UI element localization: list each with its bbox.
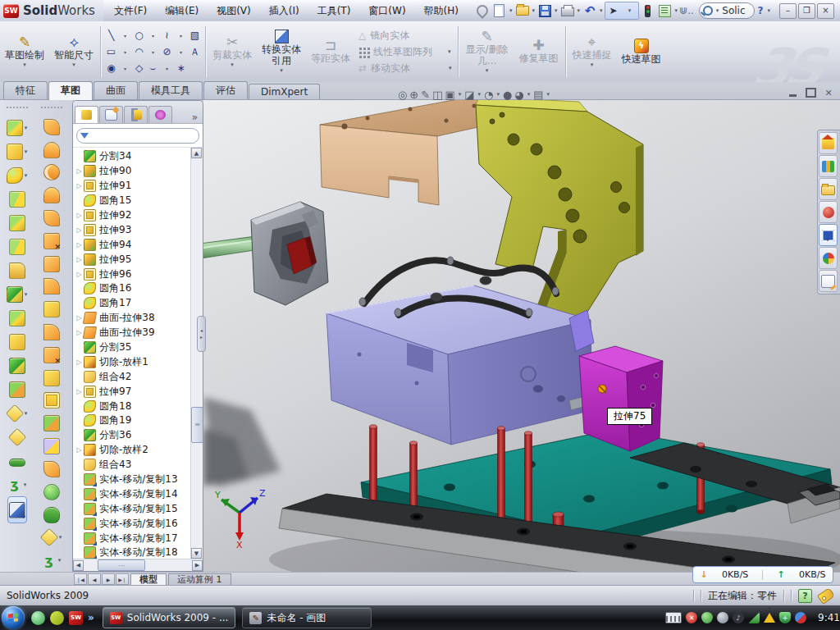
security-plus-icon[interactable]: + [779,612,791,623]
tree-item-圆角15[interactable]: 圆角15 [73,194,203,208]
offset-entities-button[interactable]: ⊐ 等距实体 [306,21,355,82]
expand-arrow[interactable]: ▷ [75,182,84,189]
scene-icon[interactable]: ◕ [514,89,523,101]
expand-arrow[interactable]: ▷ [75,241,84,249]
helix-curve-icon-caret[interactable]: ▾ [24,482,27,488]
tab-DimXpert[interactable]: DimXpert [249,84,320,99]
draft-icon[interactable] [9,235,25,258]
sketch-entity-caret-18[interactable]: ▾ [160,60,174,76]
planar-surface-icon[interactable] [43,253,60,276]
display-delete-relations-button[interactable]: ✎ 显示/删除几... ▾ [460,21,514,82]
core-icon[interactable] [43,504,60,527]
sketch-entity-caret-1[interactable]: ▾ [118,27,132,43]
sketch-entity-caret-15[interactable]: ▾ [118,60,132,76]
solidworks-icon[interactable]: SW [69,611,83,625]
rapid-sketch-button[interactable]: ϟ 快速草图 [617,21,666,82]
tree-item-圆角19[interactable]: 圆角19 [73,413,203,428]
linear-pattern-icon-caret[interactable]: ▾ [25,291,28,298]
hide-show-items-icon[interactable]: ◔ [484,89,493,101]
tree-item-切除-放样2[interactable]: ▷切除-放样2 [73,443,203,458]
rebuild-traffic-light-icon[interactable] [640,2,656,19]
expand-arrow[interactable]: ▷ [75,446,84,454]
expand-arrow[interactable]: ▷ [75,256,84,263]
split-icon[interactable] [9,354,25,377]
doc-tab-模型[interactable]: 模型 [130,573,167,586]
model-blurred-foreground-part[interactable] [203,397,281,487]
sketch-button[interactable]: ✎ 草图绘制 ▾ [0,21,49,82]
tooling-split-icon[interactable] [43,481,60,504]
linear-sketch-pattern-button[interactable]: 线性草图阵列 ▾ [358,45,453,59]
taskpane-design-library-icon[interactable] [819,155,838,177]
expand-arrow[interactable]: ▷ [75,358,84,366]
replace-face-icon[interactable] [43,367,60,390]
help-caret[interactable]: ▾ [767,7,770,14]
fillet-icon[interactable]: ▾ [7,163,29,187]
taskpane-custom-properties-icon[interactable] [819,270,838,292]
volume-icon[interactable]: ♪ [733,612,744,623]
search-caret[interactable]: ▾ [716,7,719,14]
tree-item-圆角16[interactable]: 圆角16 [73,281,203,296]
undo-icon[interactable]: ↶ [582,2,598,19]
hide-show-items-icon-caret[interactable]: ▾ [496,91,500,98]
sketch-entity-icon-2[interactable]: ○ [132,27,146,43]
panel-tab-featuremanager-design-tree[interactable] [75,106,98,123]
display-style-icon[interactable]: ◪ [464,89,474,101]
sketch-entity-icon-17[interactable]: ⌣ [146,60,160,76]
linear-pattern-icon[interactable]: ▾ [7,282,29,306]
tree-item-拉伸90[interactable]: ▷拉伸90 [73,164,203,179]
doc-tab-运动算例 1[interactable]: 运动算例 1 [168,573,231,586]
scroll-up-button[interactable]: ▲ [191,148,202,158]
save-caret[interactable]: ▾ [555,7,558,14]
panel-splitter-handle[interactable]: ◂▸ [197,316,206,352]
model-side-block[interactable] [579,346,663,451]
tree-item-拉伸91[interactable]: ▷拉伸91 [73,179,203,194]
spiral-curve-icon-caret[interactable]: ▾ [58,557,62,564]
tree-item-组合43[interactable]: 组合43 [73,458,203,472]
menu-item-6[interactable]: 帮助(H) [415,0,468,21]
quick-tips-help-icon[interactable]: ? [798,589,812,603]
scroll-thumb[interactable]: ≡ [191,407,203,443]
taskpane-view-palette-icon[interactable] [819,224,838,246]
print-caret[interactable]: ▾ [578,7,581,14]
taskpane-appearances-icon[interactable] [819,247,838,269]
sketch-entity-caret-8[interactable]: ▾ [118,43,132,60]
freeform-surface-icon[interactable] [43,276,60,299]
thicken-surface-icon[interactable] [43,298,60,321]
sketch-entity-caret-5[interactable]: ▾ [174,27,188,43]
scroll-right-button[interactable]: ▶ [192,560,203,571]
doc-restore-button[interactable] [804,87,817,98]
tree-item-切除-放样1[interactable]: ▷切除-放样1 [73,354,203,369]
scroll-down-button[interactable]: ▼ [191,548,202,559]
parting-surface-icon[interactable] [43,458,60,481]
offset-surface-icon[interactable] [43,230,60,253]
annotation-view-icon[interactable]: ▤ [533,89,543,101]
expand-arrow[interactable]: ▷ [75,167,84,175]
options-caret[interactable]: ▾ [675,7,678,14]
tree-item-拉伸97[interactable]: ▷拉伸97 [73,384,203,399]
tree-item-实体-移动/复制13[interactable]: 实体-移动/复制13 [73,472,203,487]
tree-item-分割36[interactable]: 分割36 [73,428,203,443]
revolved-surface-icon[interactable] [43,139,60,162]
new-caret[interactable]: ▾ [509,7,513,14]
tab-模具工具[interactable]: 模具工具 [139,81,203,99]
model-support-bracket[interactable] [476,100,643,325]
menu-item-4[interactable]: 工具(T) [308,0,360,21]
spiral-curve-icon[interactable]: ʒ▾ [42,549,62,572]
tab-评估[interactable]: 评估 [203,81,248,99]
tree-item-拉伸95[interactable]: ▷拉伸95 [73,252,203,267]
tree-item-分割34[interactable]: 分割34 [73,149,203,164]
scroll-left-button[interactable]: ◀ [73,560,84,571]
messenger-tray-icon[interactable] [795,612,806,623]
shut-off-surface-icon[interactable] [43,435,60,458]
options-list-icon[interactable] [657,2,673,19]
tab-曲面[interactable]: 曲面 [94,81,138,99]
toolbar-overflow[interactable]: ⋓.. [679,5,694,16]
menu-item-0[interactable]: 文件(F) [105,0,156,21]
select-cursor-icon[interactable]: ➤ [605,2,622,19]
repair-sketch-button[interactable]: ✚ 修复草图 [514,21,564,82]
sketch-entity-caret-3[interactable]: ▾ [146,27,160,43]
scene-icon-caret[interactable]: ▾ [527,91,531,98]
sketch-entity-icon-9[interactable]: ◠ [132,43,146,60]
draft-analysis-icon[interactable] [43,412,60,435]
help-button[interactable]: ? [756,5,765,16]
